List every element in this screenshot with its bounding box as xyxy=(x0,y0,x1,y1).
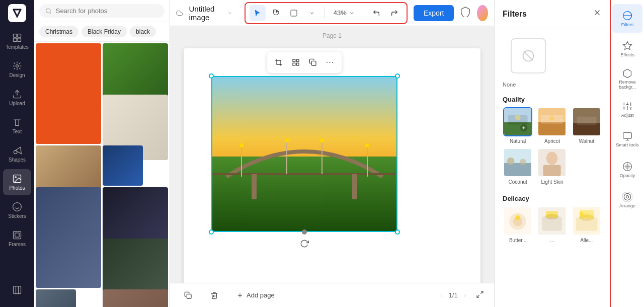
add-page-button[interactable]: Add page xyxy=(230,288,281,302)
delicacy1-preview xyxy=(504,207,531,235)
crop-button[interactable] xyxy=(271,55,286,70)
photo-thumb[interactable] xyxy=(36,43,101,144)
filter-lightskin[interactable]: Light Skin xyxy=(537,148,567,185)
duplicate-page-button[interactable] xyxy=(178,288,198,302)
effects-tool-label: Effects xyxy=(620,52,634,57)
handle-bottom-right[interactable] xyxy=(395,229,400,235)
more-button[interactable]: ··· xyxy=(323,55,338,70)
delicacy2-preview xyxy=(538,207,566,235)
none-filter-label: None xyxy=(503,82,516,88)
avatar[interactable] xyxy=(477,5,488,21)
handle-top-left[interactable] xyxy=(209,73,214,79)
expand-button[interactable] xyxy=(474,288,486,302)
svg-point-95 xyxy=(626,195,629,198)
undo-button[interactable] xyxy=(368,5,384,21)
remove-bg-tool-label: Remove backgr... xyxy=(612,80,642,90)
sidebar-item-pages[interactable] xyxy=(3,277,31,303)
opacity-tool-button[interactable]: Opacity xyxy=(612,155,642,184)
filter-delicacy1[interactable]: Butter... xyxy=(503,206,533,243)
svg-point-62 xyxy=(507,158,515,165)
natural-label: Natural xyxy=(510,138,526,144)
zoom-control[interactable]: 43% xyxy=(329,7,360,19)
search-input[interactable] xyxy=(56,7,158,15)
selection-border xyxy=(211,76,397,232)
delicacy1-icon xyxy=(504,207,531,235)
svg-point-10 xyxy=(13,203,22,211)
sidebar-item-frames[interactable]: Frames xyxy=(3,225,31,252)
filters-tool-button[interactable]: Filters xyxy=(612,4,642,33)
sidebar-item-shapes[interactable]: Shapes xyxy=(3,141,31,167)
photo-thumb[interactable] xyxy=(103,289,168,307)
filter-apricot[interactable]: Apricot xyxy=(537,107,567,144)
handle-bottom-mid[interactable] xyxy=(302,229,307,235)
filter-natural[interactable]: Natural xyxy=(503,107,533,144)
sidebar-item-photos[interactable]: Photos xyxy=(3,169,31,195)
bottom-bar: Add page ‹ 1/1 › xyxy=(170,283,494,307)
delicacy1-thumb xyxy=(503,206,532,236)
select-tool-button[interactable] xyxy=(250,5,266,21)
svg-rect-15 xyxy=(14,286,21,294)
redo-button[interactable] xyxy=(386,5,403,21)
sidebar-item-upload[interactable]: Upload xyxy=(3,85,31,111)
handle-top-right[interactable] xyxy=(395,73,400,79)
cloud-icon xyxy=(176,8,183,18)
svg-point-49 xyxy=(515,115,521,120)
adjust-tool-button[interactable]: Adjust xyxy=(612,95,642,124)
sidebar-item-stickers[interactable]: Stickers xyxy=(3,197,31,223)
sidebar-item-templates[interactable]: Templates xyxy=(3,28,31,54)
apricot-thumb xyxy=(537,107,567,136)
natural-icon xyxy=(504,108,531,135)
smart-tools-label: Smart tools xyxy=(616,143,639,148)
none-filter[interactable] xyxy=(511,38,546,73)
search-icon xyxy=(45,8,52,15)
delete-page-button[interactable] xyxy=(204,288,224,302)
frame-dropdown-button[interactable] xyxy=(304,5,320,21)
shield-icon[interactable] xyxy=(460,6,471,20)
next-page-button[interactable]: › xyxy=(462,289,468,301)
grid-button[interactable] xyxy=(288,55,303,70)
toolbar-group: 43% xyxy=(245,2,408,24)
tag-christmas[interactable]: Christmas xyxy=(39,26,78,37)
arrange-tool-button[interactable]: Arrange xyxy=(612,185,642,214)
coconut-thumb xyxy=(503,148,532,177)
rotate-handle[interactable] xyxy=(300,239,309,250)
photo-thumb[interactable] xyxy=(36,187,101,288)
tag-black[interactable]: black xyxy=(130,26,156,37)
close-filters-button[interactable] xyxy=(593,8,602,20)
natural-preview xyxy=(504,108,531,135)
delicacy3-preview xyxy=(573,207,600,235)
duplicate-image-button[interactable] xyxy=(305,55,320,70)
search-box[interactable] xyxy=(39,4,165,18)
handle-bottom-left[interactable] xyxy=(209,229,214,235)
selected-image-container[interactable]: ··· xyxy=(211,76,397,232)
delicacy3-icon xyxy=(573,207,600,235)
sidebar-item-design[interactable]: Design xyxy=(3,56,31,83)
photo-thumb[interactable] xyxy=(36,289,76,307)
remove-bg-tool-button[interactable]: Remove backgr... xyxy=(612,64,642,94)
coconut-label: Coconut xyxy=(509,179,527,185)
arrange-tool-label: Arrange xyxy=(619,203,635,208)
svg-rect-74 xyxy=(546,211,558,217)
svg-point-94 xyxy=(625,164,629,168)
svg-rect-0 xyxy=(14,34,17,38)
frame-tool-button[interactable] xyxy=(286,5,302,21)
filter-delicacy3[interactable]: Alle... xyxy=(572,206,602,243)
filter-delicacy2[interactable]: ... xyxy=(537,206,567,243)
natural-thumb xyxy=(503,107,532,136)
effects-tool-button[interactable]: Effects xyxy=(612,34,642,63)
photo-thumb[interactable] xyxy=(103,145,143,186)
canvas-workspace[interactable]: Page 1 xyxy=(170,26,494,283)
divider xyxy=(364,7,364,19)
walnut-preview xyxy=(573,108,600,135)
hand-tool-button[interactable] xyxy=(268,5,284,21)
sidebar-item-text[interactable]: Text xyxy=(3,113,31,139)
delicacy-section-title: Delicacy xyxy=(495,191,610,204)
smart-tools-button[interactable]: Smart tools xyxy=(612,125,642,154)
tag-black-friday[interactable]: Black Friday xyxy=(82,26,127,37)
filter-walnut[interactable]: Walnut xyxy=(572,107,602,144)
chevron-down-icon[interactable] xyxy=(227,10,232,17)
prev-page-button[interactable]: ‹ xyxy=(438,289,444,301)
app-logo[interactable] xyxy=(8,4,26,22)
filter-coconut[interactable]: Coconut xyxy=(503,148,533,185)
export-button[interactable]: Export xyxy=(414,5,454,21)
